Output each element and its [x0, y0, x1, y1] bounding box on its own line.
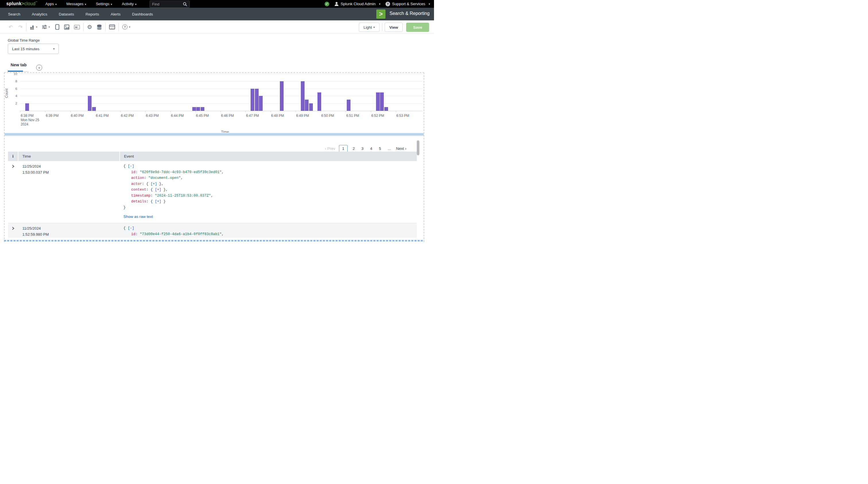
expand-row-icon[interactable] [11, 226, 14, 230]
theme-dropdown[interactable]: Light▾ [359, 23, 379, 32]
add-shape-icon[interactable] [55, 24, 59, 30]
chart-bar[interactable] [309, 103, 313, 111]
time-range-dropdown[interactable]: Last 15 minutes▾ [8, 43, 59, 54]
pagination-page-3[interactable]: 3 [360, 145, 365, 152]
editor-toolbar: ↶ ↷ ▾ ▾ M↓ ⚙ </> [0, 20, 434, 34]
chart-bar[interactable] [347, 100, 350, 111]
chart-bar[interactable] [88, 96, 92, 111]
pagination-page-2[interactable]: 2 [351, 145, 356, 152]
chart-bar[interactable] [301, 81, 305, 111]
column-header-info[interactable]: i [8, 152, 18, 161]
pagination-next[interactable]: Next › [396, 146, 406, 151]
column-header-event[interactable]: Event [120, 152, 417, 161]
top-menu-settings[interactable]: Settings▾ [96, 2, 112, 6]
expand-row-icon[interactable] [11, 164, 14, 168]
nav-item-search[interactable]: Search [8, 12, 20, 17]
json-text: "document.open" [148, 176, 181, 180]
health-check-icon[interactable]: ✓ [324, 2, 329, 6]
find-search-input[interactable]: Find [150, 1, 190, 8]
chart-bar[interactable] [196, 107, 200, 111]
tab-new-tab[interactable]: New tab [11, 63, 27, 67]
event-json-cell: { [-]id: "73d00e44-f250-4da6-a1b4-0f0ff8… [123, 225, 224, 237]
top-bar: splunk>cloud™ Apps▾Messages▾Settings▾Act… [0, 0, 434, 8]
nav-item-alerts[interactable]: Alerts [111, 12, 121, 17]
chart-bar[interactable] [255, 89, 259, 111]
add-markdown-icon[interactable]: M↓ [74, 25, 80, 29]
json-toggle-link[interactable]: [+] [155, 200, 162, 204]
app-nav-bar: SearchAnalyticsDatasetsReportsAlertsDash… [0, 8, 434, 20]
y-tick-label: 10 [8, 72, 17, 75]
json-text: timestamp [131, 194, 151, 198]
app-nav-items: SearchAnalyticsDatasetsReportsAlertsDash… [8, 8, 153, 20]
chart-bar[interactable] [305, 100, 309, 111]
json-toggle-link[interactable]: [-] [128, 226, 134, 230]
x-tick-label: 6:49 PM [296, 114, 309, 118]
chart-bar[interactable] [280, 81, 284, 111]
json-text: }, [161, 188, 168, 192]
pagination-page-5[interactable]: 5 [377, 145, 383, 152]
redo-icon[interactable]: ↷ [19, 25, 22, 30]
nav-item-reports[interactable]: Reports [86, 12, 99, 17]
chart-bar[interactable] [192, 107, 196, 111]
chart-bar[interactable] [92, 107, 96, 111]
gridline-y8 [20, 81, 423, 82]
help-circle-icon: ? [385, 2, 390, 6]
add-tab-icon[interactable]: + [36, 65, 42, 71]
x-tick-label: 6:41 PM [96, 114, 109, 118]
pagination-page-1[interactable]: 1 [339, 145, 348, 152]
panel-divider-handle[interactable] [5, 132, 424, 137]
chart-bar[interactable] [25, 103, 29, 111]
vertical-scrollbar[interactable] [417, 140, 420, 155]
json-text: id [131, 170, 135, 174]
splunk-cloud-logo[interactable]: splunk>cloud™ [6, 1, 38, 6]
toolbar-divider [382, 23, 382, 31]
x-tick-label: 6:45 PM [196, 114, 209, 118]
user-icon [334, 2, 339, 6]
json-text: : { [142, 182, 151, 186]
chart-bar[interactable] [376, 92, 380, 111]
data-sources-icon[interactable] [97, 24, 102, 30]
chart-bar[interactable] [251, 89, 254, 111]
json-toggle-link[interactable]: [+] [155, 188, 162, 192]
nav-item-datasets[interactable]: Datasets [59, 12, 74, 17]
save-button[interactable]: Save [406, 23, 429, 32]
top-menu-messages[interactable]: Messages▾ [66, 2, 86, 6]
help-icon[interactable]: ? [122, 24, 127, 30]
add-input-icon[interactable] [42, 25, 47, 29]
x-tick-mark [195, 111, 196, 112]
settings-gear-icon[interactable]: ⚙ [87, 24, 92, 30]
add-image-icon[interactable] [64, 24, 69, 30]
view-button[interactable]: View [384, 23, 403, 32]
json-text: : [135, 170, 140, 174]
chart-bar[interactable] [380, 92, 384, 111]
nav-item-analytics[interactable]: Analytics [32, 12, 48, 17]
x-tick-label: 6:44 PM [171, 114, 184, 118]
x-tick-mark [170, 111, 171, 112]
json-text: : { [146, 188, 155, 192]
top-menu-activity[interactable]: Activity▾ [122, 2, 136, 6]
help-caret-icon: ▾ [129, 26, 130, 28]
show-raw-text-link[interactable]: Show as raw text [123, 214, 153, 219]
chart-bar[interactable] [200, 107, 205, 111]
top-menu-apps[interactable]: Apps▾ [45, 2, 57, 6]
json-text: actor [131, 182, 142, 186]
chart-bar[interactable] [384, 107, 388, 111]
support-menu[interactable]: ? Support & Services▾ [385, 2, 430, 6]
undo-icon[interactable]: ↶ [9, 25, 12, 30]
pagination-page-4[interactable]: 4 [369, 145, 374, 152]
json-text: }, [157, 182, 164, 186]
json-text: , [181, 176, 183, 180]
json-toggle-link[interactable]: [+] [151, 182, 157, 186]
user-menu[interactable]: Splunk Cloud Admin▾ [334, 2, 380, 6]
add-chart-icon[interactable] [30, 25, 35, 30]
column-header-time[interactable]: Time [19, 152, 119, 161]
search-reporting-logo[interactable]: > [376, 9, 385, 19]
json-toggle-link[interactable]: [-] [128, 164, 134, 168]
x-tick-label: 6:47 PM [246, 114, 259, 118]
nav-item-dashboards[interactable]: Dashboards [132, 12, 153, 17]
source-editor-icon[interactable]: </> [109, 24, 115, 30]
app-name: Search & Reporting [390, 11, 430, 16]
json-text: : [144, 176, 148, 180]
chart-bar[interactable] [317, 92, 321, 111]
chart-bar[interactable] [259, 96, 262, 111]
